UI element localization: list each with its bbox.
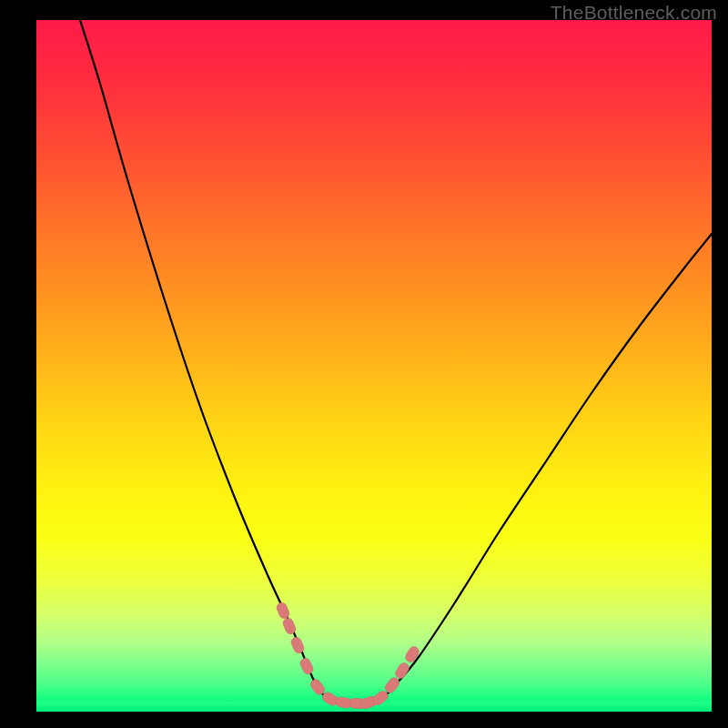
marker bbox=[275, 602, 290, 621]
curve-layer bbox=[36, 20, 712, 712]
watermark-text: TheBottleneck.com bbox=[551, 2, 717, 24]
marker bbox=[404, 644, 421, 663]
marker bbox=[298, 657, 315, 676]
plot-area bbox=[36, 20, 712, 712]
highlight-markers-right bbox=[359, 644, 421, 710]
highlight-markers-left bbox=[275, 602, 366, 710]
bottleneck-curve bbox=[80, 20, 712, 703]
marker bbox=[393, 661, 410, 680]
marker bbox=[289, 636, 305, 655]
chart-frame: TheBottleneck.com bbox=[0, 0, 728, 728]
